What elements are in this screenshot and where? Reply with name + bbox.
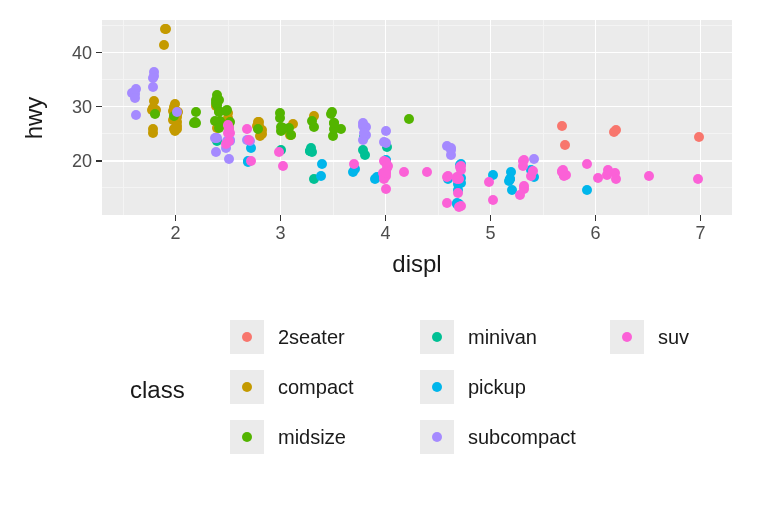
legend-item-minivan: minivan: [420, 320, 610, 354]
data-point: [456, 165, 466, 175]
data-point: [404, 114, 414, 124]
y-tick-label: 30: [72, 96, 92, 117]
data-point: [246, 156, 256, 166]
data-point: [529, 154, 539, 164]
data-point: [609, 127, 619, 137]
data-point: [360, 150, 370, 160]
data-point: [518, 161, 528, 171]
legend-dot-icon: [242, 332, 252, 342]
legend-key: [230, 320, 264, 354]
data-point: [221, 139, 231, 149]
data-point: [148, 82, 158, 92]
legend-item-compact: compact: [230, 370, 420, 404]
data-point: [399, 167, 409, 177]
legend-label: compact: [278, 376, 354, 399]
data-point: [442, 198, 452, 208]
legend-item-midsize: midsize: [230, 420, 420, 454]
data-point: [557, 166, 567, 176]
legend-label: minivan: [468, 326, 537, 349]
legend-label: pickup: [468, 376, 526, 399]
data-point: [278, 124, 288, 134]
legend-label: suv: [658, 326, 689, 349]
data-point: [307, 147, 317, 157]
data-point: [275, 108, 285, 118]
data-point: [131, 110, 141, 120]
y-axis-title: hwy: [20, 97, 48, 140]
data-point: [211, 133, 221, 143]
data-point: [172, 107, 182, 117]
data-point: [159, 40, 169, 50]
x-tick-label: 3: [275, 223, 285, 244]
data-point: [582, 185, 592, 195]
y-tick-label: 40: [72, 42, 92, 63]
data-point: [381, 184, 391, 194]
data-point: [557, 121, 567, 131]
legend-item-pickup: pickup: [420, 370, 610, 404]
data-point: [515, 190, 525, 200]
data-point: [505, 174, 515, 184]
data-point: [488, 195, 498, 205]
data-point: [211, 95, 221, 105]
legend-dot-icon: [432, 382, 442, 392]
y-tick-label: 20: [72, 150, 92, 171]
legend-label: subcompact: [468, 426, 576, 449]
legend-item-2seater: 2seater: [230, 320, 420, 354]
data-point: [149, 96, 159, 106]
data-point: [422, 167, 432, 177]
legend-key: [420, 420, 454, 454]
legend-label: midsize: [278, 426, 346, 449]
x-tick-label: 4: [380, 223, 390, 244]
data-point: [593, 173, 603, 183]
data-point: [221, 106, 231, 116]
data-point: [454, 202, 464, 212]
legend-title: class: [130, 376, 185, 404]
chart-root: hwy displ class 2seatercompactmidsizemin…: [0, 0, 768, 512]
legend-key: [610, 320, 644, 354]
data-point: [381, 126, 391, 136]
data-point: [693, 174, 703, 184]
legend-key: [420, 320, 454, 354]
legend-dot-icon: [432, 432, 442, 442]
x-tick-label: 6: [590, 223, 600, 244]
data-point: [349, 159, 359, 169]
x-tick-label: 2: [170, 223, 180, 244]
data-point: [190, 117, 200, 127]
data-point: [644, 171, 654, 181]
data-point: [454, 174, 464, 184]
data-point: [379, 137, 389, 147]
legend-item-suv: suv: [610, 320, 768, 354]
x-tick-label: 5: [485, 223, 495, 244]
data-point: [560, 140, 570, 150]
legend-label: 2seater: [278, 326, 345, 349]
data-point: [316, 171, 326, 181]
data-point: [211, 147, 221, 157]
data-point: [442, 172, 452, 182]
data-point: [191, 107, 201, 117]
legend-dot-icon: [242, 432, 252, 442]
data-point: [484, 177, 494, 187]
data-point: [307, 116, 317, 126]
data-point: [278, 161, 288, 171]
data-point: [359, 128, 369, 138]
data-point: [244, 135, 254, 145]
data-point: [381, 157, 391, 167]
legend-key: [230, 420, 264, 454]
legend-dot-icon: [242, 382, 252, 392]
data-point: [160, 24, 170, 34]
legend-dot-icon: [622, 332, 632, 342]
data-point: [224, 154, 234, 164]
legend-key: [420, 370, 454, 404]
data-point: [611, 174, 621, 184]
legend-item-subcompact: subcompact: [420, 420, 610, 454]
data-point: [148, 73, 158, 83]
x-tick-label: 7: [695, 223, 705, 244]
data-point: [172, 124, 182, 134]
data-point: [582, 159, 592, 169]
data-point: [446, 143, 456, 153]
data-point: [130, 93, 140, 103]
legend-key: [230, 370, 264, 404]
data-point: [274, 147, 284, 157]
data-point: [528, 166, 538, 176]
plot-panel: [102, 20, 732, 215]
data-point: [694, 132, 704, 142]
